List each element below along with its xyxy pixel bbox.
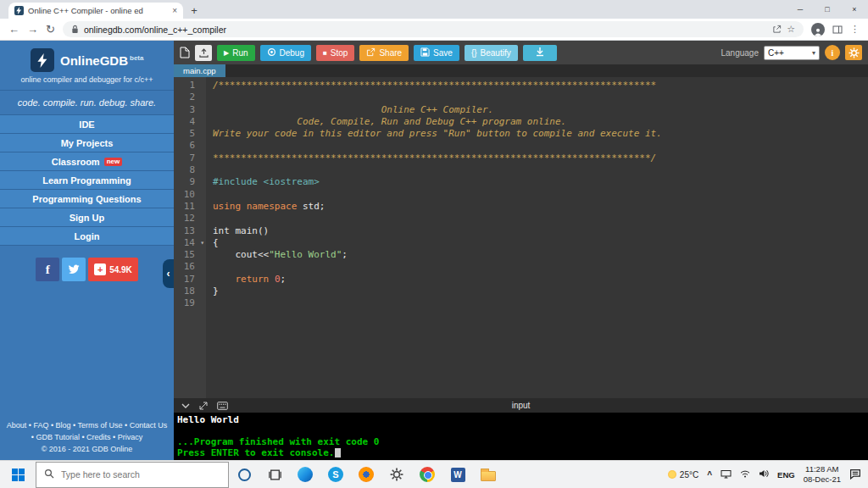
- footer-links-row-2[interactable]: • GDB Tutorial • Credits • Privacy: [3, 432, 170, 444]
- chrome-icon[interactable]: [412, 461, 442, 488]
- keyboard-language[interactable]: ENG: [777, 470, 795, 480]
- sidebar-item-sign-up[interactable]: Sign Up: [0, 208, 174, 227]
- sidebar-item-learn-programming[interactable]: Learn Programming: [0, 171, 174, 190]
- code-line[interactable]: {: [213, 237, 868, 249]
- facebook-icon[interactable]: f: [36, 258, 59, 281]
- reload-icon[interactable]: ↻: [46, 24, 55, 35]
- file-tab-main-cpp[interactable]: main.cpp: [174, 64, 225, 77]
- url-omnibox[interactable]: onlinegdb.com/online_c++_compiler ☆: [63, 21, 804, 37]
- code-line[interactable]: [213, 164, 868, 176]
- save-button[interactable]: Save: [414, 45, 459, 61]
- forward-icon[interactable]: →: [27, 24, 38, 35]
- code-line[interactable]: [213, 140, 868, 152]
- keyboard-icon[interactable]: [217, 402, 228, 410]
- search-input[interactable]: [61, 469, 220, 480]
- code-line[interactable]: Write your code in this editor and press…: [213, 128, 868, 140]
- code-line[interactable]: /***************************************…: [213, 80, 868, 92]
- sidebar-item-programming-questions[interactable]: Programming Questions: [0, 190, 174, 208]
- task-view-icon[interactable]: [259, 461, 290, 488]
- beautify-button[interactable]: {} Beautify: [465, 45, 518, 61]
- gutter-line[interactable]: 19: [174, 297, 206, 309]
- action-center-icon[interactable]: [849, 469, 861, 481]
- stop-button[interactable]: ■ Stop: [316, 45, 354, 61]
- sidebar-item-ide[interactable]: IDE: [0, 115, 174, 134]
- resize-console-icon[interactable]: [199, 402, 208, 410]
- fold-icon[interactable]: ▾: [200, 237, 204, 249]
- code-line[interactable]: [213, 213, 868, 225]
- gutter-line[interactable]: 11: [174, 201, 206, 213]
- gutter-line[interactable]: 14▾: [174, 237, 206, 249]
- browser-tab[interactable]: Online C++ Compiler - online ed ×: [8, 3, 183, 19]
- start-button[interactable]: [0, 461, 36, 488]
- file-explorer-icon[interactable]: [473, 461, 504, 488]
- edge-icon[interactable]: [290, 461, 320, 488]
- open-file-icon[interactable]: [195, 45, 212, 61]
- code-line[interactable]: ****************************************…: [213, 152, 868, 164]
- gutter-line[interactable]: 10: [174, 189, 206, 201]
- new-tab-button[interactable]: +: [183, 3, 205, 19]
- minimize-button[interactable]: ─: [787, 0, 814, 19]
- weather-widget[interactable]: 25°C: [668, 470, 698, 480]
- gutter-line[interactable]: 7: [174, 152, 206, 164]
- skype-icon[interactable]: S: [320, 461, 351, 488]
- code-line[interactable]: return 0;: [213, 274, 868, 286]
- info-button[interactable]: i: [825, 45, 840, 60]
- code-line[interactable]: Code, Compile, Run and Debug C++ program…: [213, 116, 868, 128]
- sidebar-item-login[interactable]: Login: [0, 227, 174, 246]
- gutter-line[interactable]: 16: [174, 261, 206, 273]
- tab-close-icon[interactable]: ×: [172, 6, 177, 15]
- volume-icon[interactable]: [759, 469, 769, 480]
- gutter-line[interactable]: 3: [174, 104, 206, 116]
- language-select[interactable]: C++ ▾: [764, 46, 820, 60]
- gutter-line[interactable]: 4: [174, 116, 206, 128]
- gutter-line[interactable]: 12: [174, 213, 206, 225]
- back-icon[interactable]: ←: [8, 24, 19, 35]
- share-page-icon[interactable]: [772, 25, 782, 34]
- gutter-line[interactable]: 1: [174, 80, 206, 92]
- taskbar-search[interactable]: [36, 462, 229, 488]
- profile-avatar[interactable]: [811, 23, 825, 36]
- taskbar-clock[interactable]: 11:28 AM 08-Dec-21: [804, 464, 841, 485]
- code-line[interactable]: using namespace std;: [213, 201, 868, 213]
- editor-code[interactable]: /***************************************…: [206, 77, 868, 398]
- share-count-widget[interactable]: + 54.9K: [88, 258, 138, 281]
- gutter-line[interactable]: 9: [174, 176, 206, 188]
- run-button[interactable]: ▶ Run: [217, 45, 255, 61]
- brand-logo[interactable]: OnlineGDBbeta: [0, 41, 174, 75]
- gutter-line[interactable]: 2: [174, 92, 206, 103]
- word-icon[interactable]: W: [442, 461, 473, 488]
- code-line[interactable]: [213, 261, 868, 273]
- code-editor[interactable]: 1 2 3 4 5 6 7 8 9 10 11 12 13 14▾ 15 16: [174, 77, 868, 398]
- gutter-line[interactable]: 15: [174, 249, 206, 261]
- side-panel-icon[interactable]: [832, 25, 843, 35]
- browser-menu-icon[interactable]: ⋮: [850, 24, 860, 35]
- code-line[interactable]: [213, 92, 868, 103]
- settings-gear-icon[interactable]: [381, 461, 412, 488]
- console-output[interactable]: Hello World ...Program finished with exi…: [174, 413, 868, 460]
- debug-button[interactable]: Debug: [260, 45, 311, 61]
- close-button[interactable]: ×: [841, 0, 868, 19]
- share-button[interactable]: Share: [359, 45, 409, 61]
- sidebar-item-my-projects[interactable]: My Projects: [0, 134, 174, 152]
- sidebar-collapse-handle[interactable]: ‹: [163, 259, 174, 288]
- code-line[interactable]: cout<<"Hello World";: [213, 249, 868, 261]
- code-line[interactable]: #include <iostream>: [213, 176, 868, 188]
- footer-links-row-1[interactable]: About • FAQ • Blog • Terms of Use • Cont…: [3, 420, 170, 432]
- network-icon[interactable]: [721, 469, 732, 480]
- code-line[interactable]: Online C++ Compiler.: [213, 104, 868, 116]
- gutter-line[interactable]: 5: [174, 128, 206, 140]
- sidebar-item-classroom[interactable]: Classroomnew: [0, 152, 174, 171]
- twitter-icon[interactable]: [62, 258, 86, 281]
- collapse-console-icon[interactable]: [181, 403, 190, 408]
- code-line[interactable]: }: [213, 286, 868, 297]
- gutter-line[interactable]: 17: [174, 274, 206, 286]
- gutter-line[interactable]: 13: [174, 225, 206, 237]
- wifi-icon[interactable]: [740, 470, 750, 480]
- firefox-icon[interactable]: [351, 461, 381, 488]
- download-button[interactable]: [523, 45, 557, 61]
- hidden-icons-chevron[interactable]: ^: [707, 470, 712, 480]
- maximize-button[interactable]: □: [814, 0, 841, 19]
- gutter-line[interactable]: 6: [174, 140, 206, 152]
- gutter-line[interactable]: 8: [174, 164, 206, 176]
- code-line[interactable]: int main(): [213, 225, 868, 237]
